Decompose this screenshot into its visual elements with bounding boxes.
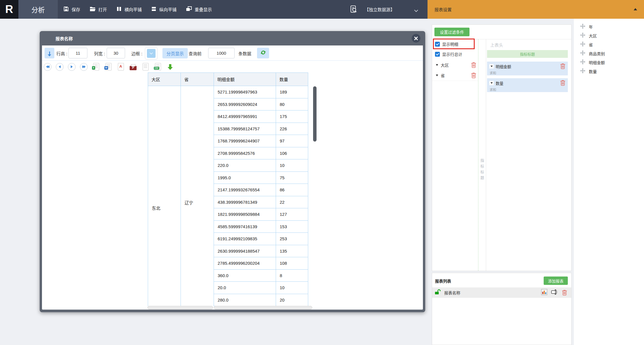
row-field-province[interactable]: 省 xyxy=(432,70,478,81)
open-label: 打开 xyxy=(98,6,107,12)
caret-down-icon[interactable] xyxy=(489,81,494,85)
cascade-button[interactable]: 重叠显示 xyxy=(186,6,212,13)
print-icon[interactable]: P xyxy=(129,63,137,71)
show-detail-checkbox-row[interactable]: 显示明细 xyxy=(435,41,458,47)
quantity-cell: 97 xyxy=(276,135,308,147)
open-button[interactable]: 打开 xyxy=(89,6,107,13)
table-row: 东北辽宁5271.199998497963189 xyxy=(148,86,308,98)
quantity-cell: 10 xyxy=(276,159,308,172)
report-list-card: 报表列表 添加报表 报表名称 xyxy=(432,273,572,345)
export-pdf-icon[interactable]: A xyxy=(117,63,125,71)
horizontal-scrollbar-track[interactable] xyxy=(214,306,312,309)
quantity-cell: 8 xyxy=(276,269,308,282)
quantity-cell: 75 xyxy=(276,171,308,184)
report-name: 报表名称 xyxy=(444,290,541,296)
quantity-cell: 22 xyxy=(276,196,308,208)
report-list-item[interactable]: 报表名称 xyxy=(432,287,571,298)
query-before-label: 查询前 xyxy=(189,50,202,56)
field-label: 明细金额 xyxy=(589,60,605,65)
chevron-down-icon[interactable] xyxy=(414,8,418,13)
chart-icon[interactable] xyxy=(541,289,547,296)
checkbox-checked-icon[interactable] xyxy=(435,42,440,47)
save-label: 保存 xyxy=(72,6,80,12)
row-field-region[interactable]: 大区 xyxy=(432,60,478,70)
sort-arrow-button[interactable] xyxy=(45,48,54,58)
field-item-category[interactable]: 商品类别 xyxy=(574,49,644,58)
amount-cell: 438.3999996781349 xyxy=(214,196,276,208)
checkbox-checked-icon[interactable] xyxy=(435,52,440,57)
tile-horizontal-label: 横向平铺 xyxy=(124,6,142,12)
field-item-year[interactable]: 年 xyxy=(574,22,644,31)
field-label: 省 xyxy=(589,42,593,47)
field-item-quantity[interactable]: 数量 xyxy=(574,67,644,76)
col-width-input[interactable] xyxy=(107,48,125,58)
tab-analysis[interactable]: 分析 xyxy=(18,0,58,19)
datasource-search-icon[interactable] xyxy=(350,5,358,13)
caret-down-icon[interactable] xyxy=(436,64,438,66)
delete-icon[interactable] xyxy=(471,62,476,68)
amount-cell: 2708.99995842576 xyxy=(214,147,276,159)
rename-icon[interactable] xyxy=(551,289,558,296)
caret-down-icon[interactable] xyxy=(489,64,494,68)
collapse-panel-icon[interactable] xyxy=(634,8,637,10)
field-item-region[interactable]: 大区 xyxy=(574,31,644,40)
save-button[interactable]: 保存 xyxy=(63,6,80,13)
report-settings-card: 设置过滤条件 显示明细 显示行总计 大区 省 指标标题 上表头 指标标题 明细金… xyxy=(432,24,572,271)
field-item-amount[interactable]: 明细金额 xyxy=(574,58,644,67)
amount-cell: 2147.1999932676554 xyxy=(214,184,276,196)
quantity-cell: 253 xyxy=(276,233,308,245)
vertical-scrollbar-thumb[interactable] xyxy=(313,86,317,142)
quantity-cell: 80 xyxy=(276,98,308,110)
export-text-icon[interactable] xyxy=(141,63,150,71)
metric-item-amount[interactable]: 明细金额 求和 xyxy=(487,62,568,75)
close-button[interactable] xyxy=(412,34,420,43)
metric-item-quantity[interactable]: 数量 求和 xyxy=(487,78,568,92)
delete-icon[interactable] xyxy=(560,80,566,86)
show-row-total-checkbox-row[interactable]: 显示行总计 xyxy=(435,51,462,57)
field-label: 数量 xyxy=(589,68,597,74)
quantity-cell: 108 xyxy=(276,257,308,270)
header-province: 省 xyxy=(181,73,214,86)
tile-vertical-button[interactable]: 纵向平铺 xyxy=(151,6,177,13)
export-excel-icon[interactable]: X xyxy=(92,63,100,71)
last-page-button[interactable] xyxy=(80,63,88,71)
amount-cell: 15388.799958124757 xyxy=(214,123,276,135)
metric-title-bar: 指标标题 xyxy=(487,50,568,58)
metric-title-vertical-label: 指标标题 xyxy=(478,150,486,190)
first-page-button[interactable] xyxy=(44,63,51,71)
move-icon xyxy=(580,59,585,65)
field-item-province[interactable]: 省 xyxy=(574,40,644,49)
dialog-body: 行高 : 列宽 : 边框 : 分页显示 查询前 条数据 X W A P xyxy=(42,45,423,310)
export-word-icon[interactable]: W xyxy=(104,63,112,71)
export-csv-icon[interactable]: CSV xyxy=(154,63,162,71)
amount-cell: 2630.9999994188547 xyxy=(214,245,276,257)
tile-horizontal-button[interactable]: 横向平铺 xyxy=(116,6,142,13)
aggregation-label: 求和 xyxy=(490,87,568,92)
delete-icon[interactable] xyxy=(560,63,566,69)
tile-vertical-icon xyxy=(151,6,157,13)
border-style-dropdown[interactable] xyxy=(145,47,158,60)
query-count-input[interactable] xyxy=(208,48,235,58)
col-width-label: 列宽 : xyxy=(94,50,105,56)
caret-down-icon[interactable] xyxy=(436,75,438,76)
amount-cell: 360.0 xyxy=(214,269,276,282)
download-icon[interactable] xyxy=(166,63,174,71)
prev-page-button[interactable] xyxy=(56,63,64,71)
export-toolbar: X W A P CSV xyxy=(44,62,174,71)
add-report-button[interactable]: 添加报表 xyxy=(544,277,568,285)
move-icon xyxy=(580,24,585,30)
delete-icon[interactable] xyxy=(471,73,476,79)
horizontal-scrollbar-thumb[interactable] xyxy=(147,306,213,309)
amount-cell: 4585.599997416139 xyxy=(214,220,276,233)
set-filter-button[interactable]: 设置过滤条件 xyxy=(434,28,469,36)
delete-icon[interactable] xyxy=(562,290,567,296)
next-page-button[interactable] xyxy=(68,63,76,71)
amount-cell: 280.0 xyxy=(214,294,276,306)
datasource-selector[interactable]: 【独立数据源】 xyxy=(365,0,395,19)
datasource-label: 【独立数据源】 xyxy=(365,6,395,12)
unlock-icon[interactable] xyxy=(434,289,441,296)
upper-header-dropzone[interactable]: 上表头 xyxy=(490,42,503,48)
refresh-button[interactable] xyxy=(257,48,269,58)
row-height-input[interactable] xyxy=(68,48,87,58)
paging-display-button[interactable]: 分页显示 xyxy=(162,48,188,58)
